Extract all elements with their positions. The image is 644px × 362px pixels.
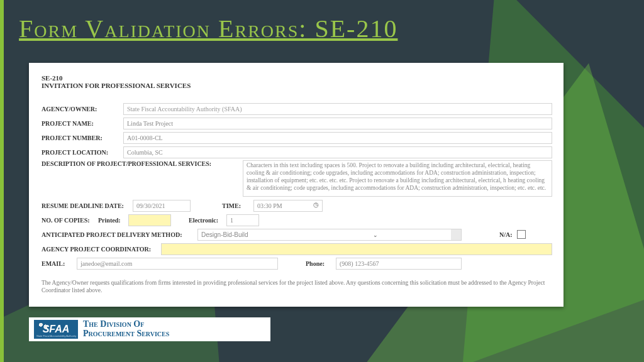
agency-owner-label: AGENCY/OWNER: [42, 106, 123, 112]
delivery-method-select[interactable]: Design-Bid-Build [197, 229, 462, 241]
coordinator-label: AGENCY PROJECT COORDINATOR: [42, 246, 161, 253]
project-number-label: PROJECT NUMBER: [42, 134, 123, 141]
chevron-down-icon: ⌄ [373, 232, 378, 238]
resume-deadline-field[interactable] [133, 200, 191, 212]
time-field[interactable] [253, 200, 323, 212]
electronic-label: Electronic: [189, 217, 226, 224]
coordinator-field[interactable] [161, 243, 552, 255]
sfaa-logo: SFAA State Fiscal Accountability Authori… [34, 320, 78, 339]
project-number-field[interactable] [123, 132, 552, 144]
logo-bar: SFAA State Fiscal Accountability Authori… [29, 317, 270, 341]
delivery-method-label: ANTICIPATED PROJECT DELIVERY METHOD: [42, 231, 197, 238]
slide-title: Form Validation Errors: SE-210 [19, 14, 397, 43]
project-name-label: PROJECT NAME: [42, 120, 123, 127]
email-field[interactable] [77, 258, 278, 270]
project-name-field[interactable] [123, 118, 552, 129]
agency-owner-field[interactable] [123, 103, 552, 115]
na-checkbox[interactable] [517, 230, 526, 239]
description-label: DESCRIPTION OF PROJECT/PROFESSIONAL SERV… [42, 160, 243, 167]
accent-stripe [0, 0, 4, 362]
phone-field[interactable] [336, 258, 462, 270]
resume-deadline-label: RESUME DEADLINE DATE: [42, 202, 133, 209]
phone-label: Phone: [306, 260, 336, 267]
project-location-label: PROJECT LOCATION: [42, 149, 123, 156]
time-label: TIME: [222, 202, 253, 209]
form-subtitle: INVITATION FOR PROFESSIONAL SERVICES [42, 82, 552, 89]
copies-label: NO. OF COPIES: [42, 217, 98, 224]
form-card: SE-210 INVITATION FOR PROFESSIONAL SERVI… [29, 63, 564, 307]
description-field[interactable]: Characters in this text including spaces… [243, 160, 552, 197]
na-label: N/A: [499, 231, 517, 238]
division-name: The Division Of Procurement Services [83, 320, 169, 338]
clock-icon: ◷ [313, 201, 319, 208]
electronic-field[interactable] [226, 214, 259, 226]
form-footnote: The Agency/Owner requests qualifications… [42, 279, 552, 295]
project-location-field[interactable] [123, 146, 552, 158]
printed-field[interactable] [128, 214, 171, 226]
email-label: EMAIL: [42, 260, 77, 267]
printed-label: Printed: [98, 217, 128, 224]
form-code: SE-210 [42, 74, 552, 82]
